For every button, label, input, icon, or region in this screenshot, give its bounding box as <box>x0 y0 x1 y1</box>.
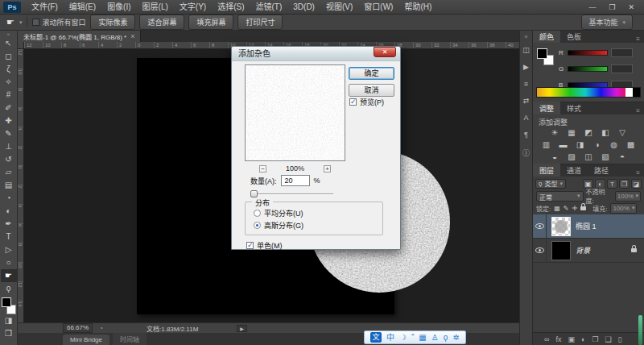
vibrance-icon[interactable]: ▽ <box>616 127 629 138</box>
ime-account-icon[interactable]: ♙ <box>431 331 439 343</box>
tab-close-icon[interactable]: × <box>130 32 134 40</box>
ime-punctuation-icon[interactable]: ” <box>411 331 414 343</box>
visibility-cell[interactable] <box>533 239 547 263</box>
channel-value-field[interactable] <box>611 48 633 57</box>
brush-presets-panel-icon[interactable]: ◫ <box>520 46 532 54</box>
zoom-out-button[interactable]: − <box>259 165 266 172</box>
panel-tab[interactable]: 路径 <box>588 164 615 177</box>
expand-panels-icon[interactable]: « <box>525 34 528 40</box>
quick-selection-tool[interactable]: ✧ <box>1 76 17 89</box>
cancel-button[interactable]: 取消 <box>349 84 394 97</box>
posterize-icon[interactable]: ▨ <box>565 152 578 162</box>
delete-layer-icon[interactable]: ▯ <box>618 335 622 343</box>
info-panel-icon[interactable]: ⓘ <box>520 148 532 158</box>
monochromatic-checkbox[interactable]: 单色(M) <box>246 240 283 251</box>
ime-language-icon[interactable]: 中 <box>386 331 394 343</box>
filter-shape-layers-icon[interactable]: ❐ <box>619 179 630 189</box>
history-panel-icon[interactable]: ≡ <box>520 80 532 88</box>
panel-tab[interactable]: 调整 <box>533 102 560 114</box>
paragraph-panel-icon[interactable]: ¶ <box>520 131 532 139</box>
lasso-tool[interactable]: ζ <box>1 63 17 76</box>
menu-item[interactable]: 窗口(W) <box>358 0 398 14</box>
ime-softkeyboard-icon[interactable]: ▦ <box>419 331 426 343</box>
lock-all-icon[interactable] <box>580 206 586 210</box>
blend-mode-dropdown[interactable]: 正常 ▾ <box>536 191 584 202</box>
screen-mode-button[interactable]: ❐ <box>1 327 17 340</box>
layer-row-background[interactable]: 背景 <box>533 239 644 263</box>
type-tool[interactable]: T <box>1 231 17 243</box>
close-button[interactable]: ✕ <box>628 3 634 11</box>
curves-icon[interactable]: ◩ <box>582 127 595 138</box>
layer-thumbnail[interactable] <box>551 217 571 236</box>
lock-image-pixels-icon[interactable]: ✎ <box>564 205 569 212</box>
layer-thumbnail[interactable] <box>551 241 571 260</box>
eraser-tool[interactable]: ▱ <box>1 166 17 179</box>
menu-item[interactable]: 文字(Y) <box>174 0 212 14</box>
brush-tool[interactable]: ✎ <box>1 127 17 140</box>
ime-search-icon[interactable]: ϙ <box>444 331 448 343</box>
menu-item[interactable]: 编辑(E) <box>64 0 101 14</box>
ime-logo[interactable]: 文 <box>370 332 382 343</box>
amount-input[interactable]: 20 <box>281 175 310 186</box>
collapse-toolbar-icon[interactable]: » <box>7 31 10 37</box>
eyedropper-tool[interactable]: ✐ <box>1 102 17 114</box>
panel-tab[interactable]: 色板 <box>560 30 588 43</box>
gradient-map-icon[interactable]: ▧ <box>599 152 612 162</box>
hue-saturation-icon[interactable]: ▥ <box>540 139 553 150</box>
black-white-icon[interactable]: ◨ <box>574 139 587 150</box>
ellipse-tool[interactable]: ○ <box>1 256 17 269</box>
lock-transparent-pixels-icon[interactable]: ▦ <box>554 205 560 212</box>
foreground-color-swatch[interactable] <box>2 297 11 307</box>
levels-icon[interactable]: ▦ <box>565 127 578 138</box>
invert-icon[interactable]: ◒ <box>548 152 561 162</box>
actions-panel-icon[interactable]: ▶ <box>520 63 532 71</box>
selective-color-icon[interactable]: ◓ <box>616 152 629 162</box>
status-menu-arrow-icon[interactable]: ▶ <box>237 325 247 332</box>
workspace-switcher[interactable]: 基本功能 ▾ <box>581 15 633 30</box>
dodge-tool[interactable]: ◐ <box>1 205 17 218</box>
channel-slider[interactable] <box>568 66 608 72</box>
link-layers-icon[interactable]: ∞ <box>544 335 549 343</box>
color-spectrum-bar[interactable] <box>536 87 641 98</box>
panel-tab[interactable]: 图层 <box>533 164 560 177</box>
ime-settings-icon[interactable]: ✲ <box>452 331 459 343</box>
gradient-tool[interactable]: ▤ <box>1 179 17 192</box>
panel-tab[interactable]: 样式 <box>560 102 588 114</box>
color-lookup-icon[interactable]: ▩ <box>625 139 638 150</box>
channel-mixer-icon[interactable]: ◍ <box>608 139 621 150</box>
zoom-in-button[interactable]: + <box>324 165 331 172</box>
scrollbar[interactable] <box>638 315 642 345</box>
gaussian-radio[interactable]: 高斯分布(G) <box>254 220 303 231</box>
menu-item[interactable]: 帮助(H) <box>398 0 437 14</box>
white-swatch[interactable] <box>625 88 633 97</box>
clone-source-panel-icon[interactable]: ⇄ <box>520 97 532 105</box>
move-tool[interactable]: ↖ <box>1 37 17 50</box>
layer-row-ellipse[interactable]: 椭圆 1 <box>533 214 644 239</box>
foreground-color-swatch[interactable] <box>537 48 547 59</box>
threshold-icon[interactable]: ◫ <box>582 152 595 162</box>
bottom-tab[interactable]: Mini Bridge <box>63 335 109 345</box>
uniform-radio[interactable]: 平均分布(U) <box>254 208 303 218</box>
menu-item[interactable]: 图像(I) <box>101 0 136 14</box>
panel-menu-icon[interactable]: ≡ <box>636 169 644 177</box>
options-button[interactable]: 填充屏幕 <box>188 15 233 30</box>
filter-type-dropdown[interactable]: ϙ 类型 ▾ <box>535 179 566 189</box>
crop-tool[interactable]: # <box>1 89 17 102</box>
healing-brush-tool[interactable]: ✚ <box>1 114 17 127</box>
options-button[interactable]: 实际像素 <box>90 15 135 30</box>
photo-filter-icon[interactable]: ◑ <box>591 139 604 150</box>
channel-value-field[interactable] <box>611 64 633 73</box>
adjustment-layer-icon[interactable]: ◐ <box>581 335 585 343</box>
hand-tool[interactable]: ☛ <box>1 269 17 282</box>
quick-mask-button[interactable]: ◨ <box>1 314 17 327</box>
zoom-tool[interactable]: ϙ <box>1 282 17 295</box>
character-panel-icon[interactable]: A <box>520 114 532 122</box>
exposure-icon[interactable]: ◧ <box>599 127 612 138</box>
panel-tab[interactable]: 通道 <box>560 164 588 177</box>
blur-tool[interactable]: ◔ <box>1 192 17 205</box>
slider-thumb[interactable] <box>250 190 258 197</box>
dialog-title-bar[interactable]: 添加杂色 ✕ <box>232 47 400 61</box>
menu-item[interactable]: 滤镜(T) <box>250 0 288 14</box>
ok-button[interactable]: 确定 <box>349 67 394 80</box>
filter-smart-objects-icon[interactable]: ◪ <box>631 179 642 189</box>
